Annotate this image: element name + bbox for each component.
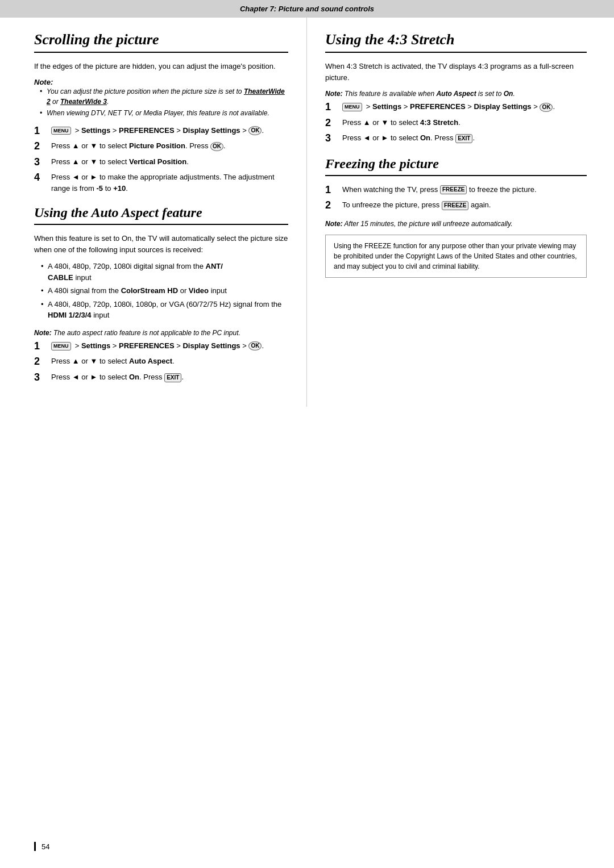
s43-step-num-2: 2 [325, 117, 339, 130]
step-1-content: MENU > Settings > PREFERENCES > Display … [51, 125, 288, 137]
aa-step-3-content: Press ◄ or ► to select On. Press EXIT. [51, 372, 288, 384]
step-2-content: Press ▲ or ▼ to select Picture Position.… [51, 140, 288, 153]
stretch-note: Note: This feature is available when Aut… [325, 89, 587, 99]
section-freeze-title: Freezing the picture [325, 156, 587, 176]
aa-ok-icon: OK [248, 341, 262, 350]
freeze-info-text: Using the FREEZE function for any purpos… [334, 242, 577, 270]
s43-step-3-content: Press ◄ or ► to select On. Press EXIT. [342, 132, 587, 145]
section-auto-aspect-title: Using the Auto Aspect feature [34, 205, 288, 225]
scrolling-steps: 1 MENU > Settings > PREFERENCES > Displa… [34, 125, 288, 194]
stretch-step-3: 3 Press ◄ or ► to select On. Press EXIT. [325, 132, 587, 145]
freeze-step-num-2: 2 [325, 199, 339, 212]
section-43-title: Using the 4:3 Stretch [325, 31, 587, 53]
exit-icon-aa: EXIT [164, 373, 181, 382]
auto-aspect-note-label: Note: [34, 329, 52, 337]
section-scrolling-intro: If the edges of the picture are hidden, … [34, 61, 288, 72]
s43-menu-icon: MENU [342, 103, 362, 111]
scrolling-note-list: You can adjust the picture position when… [34, 86, 288, 118]
s43-step-num-1: 1 [325, 101, 339, 114]
freeze-step-num-1: 1 [325, 184, 339, 197]
page-footer: 54 [34, 842, 49, 851]
step-4-content: Press ◄ or ► to make the appropriate adj… [51, 172, 288, 194]
section-auto-aspect: Using the Auto Aspect feature When this … [34, 205, 288, 383]
stretch-intro: When 4:3 Stretch is activated, the TV di… [325, 61, 587, 83]
scrolling-step-3: 3 Press ▲ or ▼ to select Vertical Positi… [34, 156, 288, 169]
footer-bar [34, 842, 36, 851]
ok-icon-2: OK [210, 142, 223, 151]
chapter-header: Chapter 7: Picture and sound controls [0, 0, 614, 18]
s43-step-1-content: MENU > Settings > PREFERENCES > Display … [342, 101, 587, 114]
bullet-2: A 480i signal from the ColorStream HD or… [41, 285, 288, 297]
section-scrolling: Scrolling the picture If the edges of th… [34, 31, 288, 194]
stretch-step-1: 1 MENU > Settings > PREFERENCES > Displa… [325, 101, 587, 114]
step-3-content: Press ▲ or ▼ to select Vertical Position… [51, 156, 288, 169]
chapter-header-text: Chapter 7: Picture and sound controls [240, 5, 374, 13]
s43-step-2-content: Press ▲ or ▼ to select 4:3 Stretch. [342, 117, 587, 130]
section-scrolling-title: Scrolling the picture [34, 31, 288, 53]
freeze-steps: 1 When watching the TV, press FREEZE to … [325, 184, 587, 212]
bullet-3: A 480i, 480p, 720p, 1080i, 1080p, or VGA… [41, 299, 288, 321]
ok-icon: OK [248, 126, 262, 135]
auto-aspect-step-2: 2 Press ▲ or ▼ to select Auto Aspect. [34, 356, 288, 368]
step-num-3: 3 [34, 156, 48, 169]
step-num-1: 1 [34, 125, 48, 137]
scrolling-note-item-1: You can adjust the picture position when… [40, 86, 288, 107]
bullet-1: A 480i, 480p, 720p, 1080i digital signal… [41, 261, 288, 283]
aa-menu-icon: MENU [51, 342, 71, 350]
aa-step-num-2: 2 [34, 356, 48, 368]
auto-aspect-step-3: 3 Press ◄ or ► to select On. Press EXIT. [34, 372, 288, 384]
scrolling-step-2: 2 Press ▲ or ▼ to select Picture Positio… [34, 140, 288, 153]
stretch-step-2: 2 Press ▲ or ▼ to select 4:3 Stretch. [325, 117, 587, 130]
freeze-btn-1: FREEZE [440, 185, 467, 194]
aa-step-2-content: Press ▲ or ▼ to select Auto Aspect. [51, 356, 288, 368]
freeze-step-2: 2 To unfreeze the picture, press FREEZE … [325, 199, 587, 212]
page-number: 54 [42, 842, 49, 851]
scrolling-note-label: Note: [34, 78, 53, 86]
menu-icon: MENU [51, 127, 71, 135]
freeze-note-label: Note: [325, 220, 343, 228]
step-num-2: 2 [34, 140, 48, 153]
scrolling-note: Note: You can adjust the picture positio… [34, 78, 288, 118]
aa-step-num-1: 1 [34, 340, 48, 353]
section-freeze: Freezing the picture 1 When watching the… [325, 156, 587, 278]
scrolling-step-4: 4 Press ◄ or ► to make the appropriate a… [34, 172, 288, 194]
freeze-btn-2: FREEZE [442, 201, 468, 210]
freeze-step-2-content: To unfreeze the picture, press FREEZE ag… [342, 199, 587, 212]
freeze-note: Note: After 15 minutes, the picture will… [325, 219, 587, 229]
stretch-note-label: Note: [325, 90, 343, 98]
freeze-info-box: Using the FREEZE function for any purpos… [325, 235, 587, 278]
stretch-steps: 1 MENU > Settings > PREFERENCES > Displa… [325, 101, 587, 145]
step-num-4: 4 [34, 172, 48, 194]
section-43-stretch: Using the 4:3 Stretch When 4:3 Stretch i… [325, 31, 587, 145]
freeze-step-1-content: When watching the TV, press FREEZE to fr… [342, 184, 587, 197]
s43-ok-icon: OK [540, 103, 553, 112]
left-column: Scrolling the picture If the edges of th… [0, 18, 307, 407]
aa-step-1-content: MENU > Settings > PREFERENCES > Display … [51, 340, 288, 353]
exit-icon-s43: EXIT [455, 134, 472, 143]
aa-step-num-3: 3 [34, 372, 48, 384]
auto-aspect-bullets: A 480i, 480p, 720p, 1080i digital signal… [34, 261, 288, 321]
content-area: Scrolling the picture If the edges of th… [0, 18, 614, 407]
scrolling-note-item-2: When viewing DTV, NET TV, or Media Playe… [40, 108, 288, 118]
right-column: Using the 4:3 Stretch When 4:3 Stretch i… [307, 18, 614, 407]
auto-aspect-steps: 1 MENU > Settings > PREFERENCES > Displa… [34, 340, 288, 384]
page: Chapter 7: Picture and sound controls Sc… [0, 0, 614, 868]
scrolling-step-1: 1 MENU > Settings > PREFERENCES > Displa… [34, 125, 288, 137]
auto-aspect-note: Note: The auto aspect ratio feature is n… [34, 328, 288, 338]
auto-aspect-intro: When this feature is set to On, the TV w… [34, 233, 288, 255]
auto-aspect-step-1: 1 MENU > Settings > PREFERENCES > Displa… [34, 340, 288, 353]
freeze-step-1: 1 When watching the TV, press FREEZE to … [325, 184, 587, 197]
s43-step-num-3: 3 [325, 132, 339, 145]
